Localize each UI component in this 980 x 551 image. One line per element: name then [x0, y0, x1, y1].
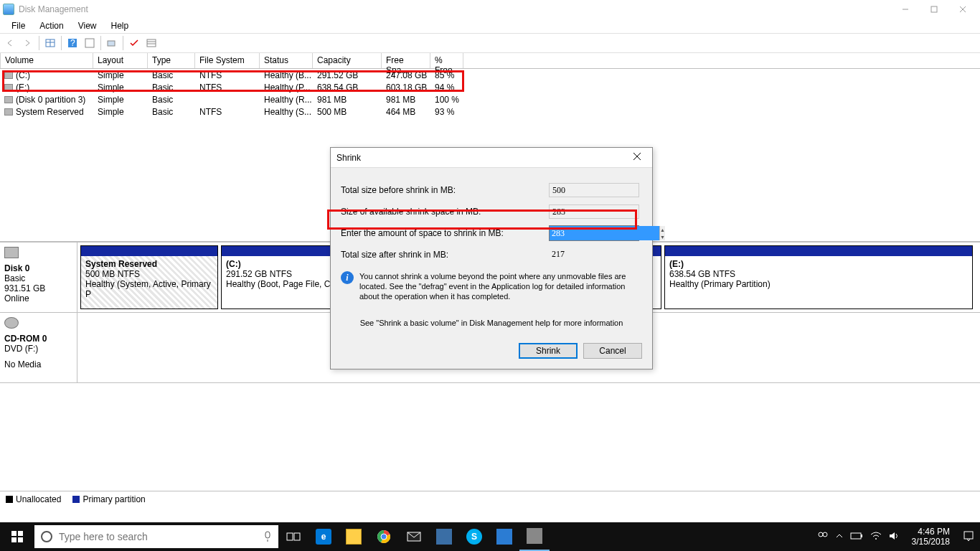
mic-icon[interactable] [263, 530, 273, 543]
taskbar-app-2[interactable] [489, 522, 519, 551]
taskbar-app-1[interactable] [429, 522, 459, 551]
partition-e[interactable]: (E:) 638.54 GB NTFS Healthy (Primary Par… [664, 245, 973, 309]
clock-date: 3/15/2018 [912, 537, 950, 547]
label-enter-amount: Enter the amount of space to shrink in M… [341, 228, 549, 238]
svg-rect-19 [18, 537, 23, 542]
dialog-title: Shrink [336, 153, 628, 163]
svg-rect-11 [147, 39, 156, 47]
col-filesystem[interactable]: File System [195, 53, 260, 68]
search-input[interactable] [59, 531, 257, 542]
dialog-close-button[interactable] [628, 152, 646, 163]
volume-row[interactable]: System ReservedSimpleBasicNTFSHealthy (S… [0, 105, 980, 118]
col-freespace[interactable]: Free Spa... [382, 53, 430, 68]
volume-row[interactable]: (C:)SimpleBasicNTFSHealthy (B...291.52 G… [0, 69, 980, 81]
toolbar-grid-icon[interactable] [42, 35, 58, 51]
disk-0-label[interactable]: Disk 0 Basic 931.51 GB Online [0, 242, 77, 312]
svg-point-30 [823, 532, 827, 537]
wifi-icon[interactable] [870, 532, 882, 542]
minimize-button[interactable] [891, 1, 920, 17]
svg-text:?: ? [70, 38, 75, 48]
mail-icon[interactable] [399, 522, 429, 551]
window-title: Disk Management [19, 4, 891, 14]
skype-icon[interactable]: S [459, 522, 489, 551]
toolbar-list-icon[interactable] [143, 35, 159, 51]
clock[interactable]: 4:46 PM 3/15/2018 [906, 527, 956, 547]
cdrom-label[interactable]: CD-ROM 0 DVD (F:) No Media [0, 313, 77, 382]
svg-rect-34 [964, 532, 973, 539]
svg-rect-10 [108, 41, 115, 46]
menu-help[interactable]: Help [104, 19, 136, 32]
label-available: Size of available shrink space in MB: [341, 207, 549, 217]
people-icon[interactable] [817, 530, 829, 544]
cdrom-drive: DVD (F:) [4, 344, 72, 354]
maximize-button[interactable] [920, 1, 948, 17]
notifications-icon[interactable] [963, 530, 974, 544]
legend-primary-swatch [72, 496, 80, 503]
info-icon: i [341, 271, 354, 284]
col-layout[interactable]: Layout [93, 53, 148, 68]
spinner-up[interactable]: ▲ [660, 226, 665, 233]
col-pctfree[interactable]: % Free [430, 53, 463, 68]
disk-icon [4, 247, 19, 258]
app-icon [3, 4, 14, 15]
svg-point-29 [819, 532, 823, 537]
file-explorer-icon[interactable] [339, 522, 369, 551]
label-total-before: Total size before shrink in MB: [341, 185, 549, 195]
search-box[interactable] [34, 525, 278, 548]
svg-rect-21 [265, 532, 270, 538]
menu-action[interactable]: Action [32, 19, 70, 32]
legend-primary: Primary partition [83, 494, 145, 504]
col-status[interactable]: Status [260, 53, 313, 68]
back-button[interactable] [3, 35, 19, 51]
toolbar-check-icon[interactable] [126, 35, 142, 51]
svg-point-20 [42, 532, 52, 542]
cancel-button[interactable]: Cancel [583, 343, 642, 359]
value-total-after: 217 [549, 248, 639, 262]
volume-row[interactable]: (E:)SimpleBasicNTFSHealthy (P...638.54 G… [0, 81, 980, 93]
volume-row[interactable]: (Disk 0 partition 3)SimpleBasicHealthy (… [0, 93, 980, 105]
col-volume[interactable]: Volume [0, 53, 93, 68]
forward-button[interactable] [20, 35, 36, 51]
disk-0-type: Basic [4, 273, 72, 283]
col-capacity[interactable]: Capacity [313, 53, 382, 68]
shrink-amount-spinner[interactable]: ▲ ▼ [549, 225, 639, 241]
svg-rect-32 [861, 534, 862, 537]
value-available: 283 [549, 204, 639, 219]
legend-unallocated-swatch [6, 496, 13, 503]
chrome-icon[interactable] [369, 522, 399, 551]
svg-rect-31 [851, 533, 861, 539]
partition-system-reserved[interactable]: System Reserved 500 MB NTFS Healthy (Sys… [80, 245, 218, 309]
title-bar: Disk Management [0, 0, 980, 19]
menu-file[interactable]: File [4, 19, 32, 32]
help-text: See "Shrink a basic volume" in Disk Mana… [341, 319, 642, 327]
toolbar-action-icon[interactable] [104, 35, 120, 51]
cdrom-status: No Media [4, 359, 72, 369]
taskbar: e S 4:46 PM 3/15/2018 [0, 522, 980, 551]
volume-list-header: Volume Layout Type File System Status Ca… [0, 53, 980, 69]
svg-rect-17 [18, 531, 23, 536]
tray-chevron-icon[interactable] [836, 532, 843, 542]
spinner-down[interactable]: ▼ [660, 233, 665, 240]
col-type[interactable]: Type [148, 53, 195, 68]
help-icon[interactable]: ? [65, 35, 80, 51]
edge-icon[interactable]: e [308, 522, 339, 551]
menu-view[interactable]: View [71, 19, 104, 32]
cdrom-name: CD-ROM 0 [4, 334, 72, 344]
volume-icon[interactable] [889, 532, 899, 542]
disk-management-taskbar-icon[interactable] [519, 522, 550, 551]
cortana-icon [40, 530, 53, 543]
dialog-title-bar[interactable]: Shrink [331, 148, 652, 168]
value-total-before: 500 [549, 183, 639, 197]
start-button[interactable] [0, 522, 34, 551]
disk-0-status: Online [4, 293, 72, 303]
close-button[interactable] [948, 1, 977, 17]
clock-time: 4:46 PM [912, 527, 950, 537]
battery-icon[interactable] [850, 532, 863, 542]
shrink-button[interactable]: Shrink [519, 343, 578, 359]
shrink-amount-input[interactable] [550, 226, 659, 240]
svg-rect-23 [287, 533, 293, 540]
info-text: You cannot shrink a volume beyond the po… [359, 271, 642, 301]
label-total-after: Total size after shrink in MB: [341, 250, 549, 260]
refresh-icon[interactable] [82, 35, 98, 51]
task-view-icon[interactable] [278, 522, 308, 551]
